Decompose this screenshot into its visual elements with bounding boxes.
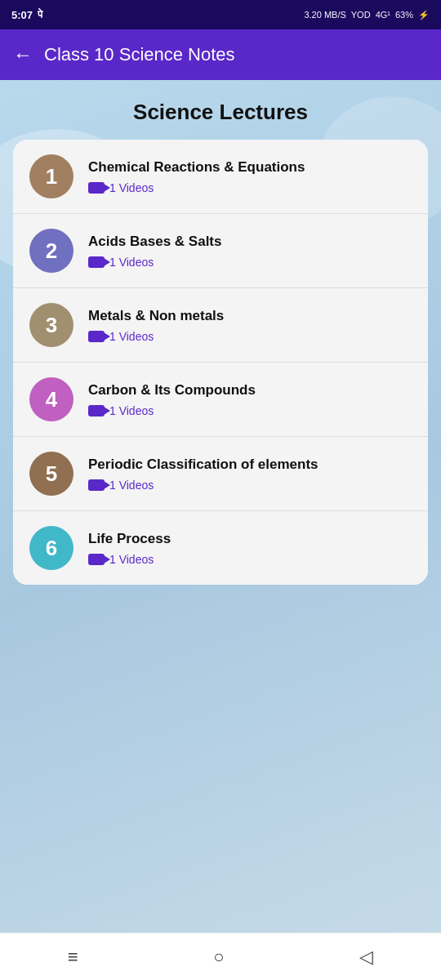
status-right-area: 3.20 MB/S YOD 4G¹ 63% ⚡ (304, 10, 430, 20)
video-icon-5 (88, 554, 105, 565)
lecture-title-4: Periodic Classification of elements (88, 456, 412, 474)
lecture-info-5: Life Process 1 Videos (88, 530, 412, 566)
lecture-meta-0: 1 Videos (88, 181, 412, 194)
lecture-meta-5: 1 Videos (88, 553, 412, 566)
lecture-item[interactable]: 3 Metals & Non metals 1 Videos (13, 288, 428, 363)
lecture-meta-4: 1 Videos (88, 479, 412, 492)
home-icon[interactable]: ○ (213, 947, 224, 968)
lecture-meta-2: 1 Videos (88, 330, 412, 343)
lecture-item[interactable]: 6 Life Process 1 Videos (13, 511, 428, 585)
lecture-number-1: 1 (29, 154, 74, 198)
lecture-item[interactable]: 2 Acids Bases & Salts 1 Videos (13, 214, 428, 288)
status-4g: 4G¹ (376, 10, 390, 20)
lecture-number-6: 6 (29, 526, 74, 570)
lecture-info-0: Chemical Reactions & Equations 1 Videos (88, 158, 412, 194)
video-icon-0 (88, 182, 105, 194)
page-title: Class 10 Science Notes (44, 44, 235, 65)
lecture-title-0: Chemical Reactions & Equations (88, 158, 412, 176)
lecture-video-count-3: 1 Videos (109, 404, 154, 417)
lecture-number-3: 3 (29, 303, 74, 347)
menu-icon[interactable]: ≡ (68, 947, 78, 968)
bottom-nav: ≡ ○ ◁ (0, 933, 441, 980)
video-icon-3 (88, 405, 105, 416)
status-bar: 5:07 पे 3.20 MB/S YOD 4G¹ 63% ⚡ (0, 0, 441, 29)
lectures-list: 1 Chemical Reactions & Equations 1 Video… (13, 140, 428, 585)
lecture-video-count-5: 1 Videos (109, 553, 154, 566)
lecture-video-count-2: 1 Videos (109, 330, 154, 343)
video-icon-1 (88, 256, 105, 268)
battery-icon: ⚡ (418, 10, 430, 20)
lecture-video-count-0: 1 Videos (109, 181, 154, 194)
back-button[interactable]: ← (13, 45, 33, 65)
lecture-title-1: Acids Bases & Salts (88, 233, 412, 251)
lecture-info-2: Metals & Non metals 1 Videos (88, 307, 412, 343)
lecture-info-4: Periodic Classification of elements 1 Vi… (88, 456, 412, 492)
lecture-item[interactable]: 5 Periodic Classification of elements 1 … (13, 437, 428, 511)
lecture-video-count-1: 1 Videos (109, 256, 154, 269)
lecture-number-2: 2 (29, 229, 74, 273)
status-network: 3.20 MB/S (304, 10, 345, 20)
lecture-title-3: Carbon & Its Compounds (88, 381, 412, 399)
lecture-number-4: 4 (29, 377, 74, 421)
status-pay: पे (38, 8, 42, 21)
top-bar: ← Class 10 Science Notes (0, 29, 441, 80)
lecture-video-count-4: 1 Videos (109, 479, 154, 492)
status-carrier: YOD (351, 10, 371, 20)
lecture-number-5: 5 (29, 452, 74, 496)
status-time: 5:07 (11, 9, 33, 21)
back-nav-icon[interactable]: ◁ (359, 947, 373, 968)
main-content: Science Lectures 1 Chemical Reactions & … (0, 80, 441, 980)
lecture-info-1: Acids Bases & Salts 1 Videos (88, 233, 412, 269)
lecture-item[interactable]: 1 Chemical Reactions & Equations 1 Video… (13, 140, 428, 214)
lecture-meta-1: 1 Videos (88, 256, 412, 269)
lecture-title-5: Life Process (88, 530, 412, 548)
section-title: Science Lectures (0, 80, 441, 140)
status-battery: 63% (395, 10, 413, 20)
lecture-item[interactable]: 4 Carbon & Its Compounds 1 Videos (13, 363, 428, 437)
lecture-title-2: Metals & Non metals (88, 307, 412, 325)
status-time-area: 5:07 पे (11, 8, 42, 21)
lecture-meta-3: 1 Videos (88, 404, 412, 417)
lecture-info-3: Carbon & Its Compounds 1 Videos (88, 381, 412, 417)
video-icon-4 (88, 479, 105, 491)
video-icon-2 (88, 331, 105, 342)
